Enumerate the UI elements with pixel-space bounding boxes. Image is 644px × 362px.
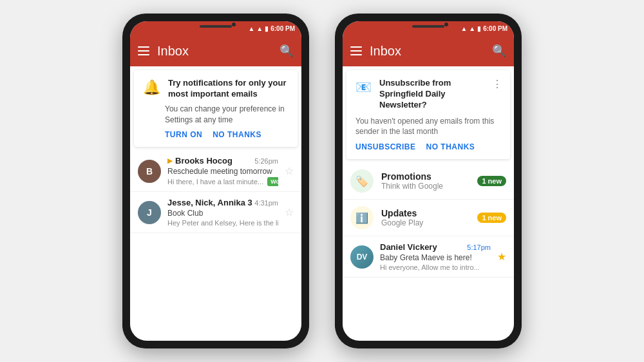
notif-title: Try notifications for only your most imp… xyxy=(168,78,289,100)
email-content-1: ▶ Brooks Hocog 5:26pm Reschedule meeting… xyxy=(167,156,278,186)
inbox-title-2: Inbox xyxy=(370,44,484,59)
email-sender-1: ▶ Brooks Hocog xyxy=(167,156,232,166)
phone-1: ▲ ▲ ▮ 6:00 PM Inbox 🔍 🔔 Try notification… xyxy=(122,14,309,348)
notif-body: You can change your preference in Settin… xyxy=(143,104,289,126)
hamburger-line xyxy=(138,54,149,55)
hamburger-line xyxy=(138,50,149,52)
star-icon[interactable]: ★ xyxy=(497,251,506,263)
email-time-2: 4:31pm xyxy=(254,199,278,207)
promotions-content: Promotions Think with Google xyxy=(381,171,469,191)
unsubscribe-icon: 📧 xyxy=(355,79,372,95)
status-time-1: 6:00 PM xyxy=(270,25,295,32)
search-button-1[interactable]: 🔍 xyxy=(279,44,294,58)
email-sender-2: Jesse, Nick, Annika 3 xyxy=(167,198,252,207)
wifi-icon: ▲ xyxy=(248,25,254,32)
email-preview-dv: Hi everyone, Allow me to intro... xyxy=(380,263,491,271)
promotions-name: Promotions xyxy=(381,171,469,182)
unsub-row: 📧 Unsubscribe from Springfield Daily New… xyxy=(355,78,501,111)
updates-content: Updates Google Play xyxy=(381,208,469,227)
unsub-body: You haven't opened any emails from this … xyxy=(355,116,501,138)
search-button-2[interactable]: 🔍 xyxy=(492,44,506,58)
app-bar-1: Inbox 🔍 xyxy=(130,35,301,66)
hamburger-line xyxy=(138,46,149,48)
signal-icon: ▲ xyxy=(469,25,475,32)
star-icon[interactable]: ☆ xyxy=(285,165,294,177)
email-subject-2: Book Club xyxy=(167,209,278,218)
work-badge: Work xyxy=(267,177,278,186)
updates-name: Updates xyxy=(381,208,469,218)
email-content-2: Jesse, Nick, Annika 3 4:31pm Book Club H… xyxy=(167,198,278,227)
email-actions-2: ☆ xyxy=(285,206,294,218)
email-preview-1: Hi there, I have a last minute... Work xyxy=(167,177,278,186)
unsubscribe-button[interactable]: UNSUBSCRIBE xyxy=(355,142,416,151)
updates-badge: 1 new xyxy=(477,213,506,223)
category-updates[interactable]: ℹ️ Updates Google Play 1 new xyxy=(343,200,514,236)
table-row[interactable]: J Jesse, Nick, Annika 3 4:31pm Book Club… xyxy=(130,192,301,233)
notif-content-row: 🔔 Try notifications for only your most i… xyxy=(143,78,289,100)
hamburger-line xyxy=(350,46,362,48)
email-subject-1: Reschedule meeting tomorrow xyxy=(167,167,278,176)
email-subject-dv: Baby Greta Maeve is here! xyxy=(380,253,491,262)
email-list-1: B ▶ Brooks Hocog 5:26pm Reschedule meeti… xyxy=(130,151,301,341)
phone-2: ▲ ▲ ▮ 6:00 PM Inbox 🔍 📧 Unsubscri xyxy=(335,14,522,348)
wifi-icon: ▲ xyxy=(460,25,467,32)
email-content-dv: Daniel Vickery 5:17pm Baby Greta Maeve i… xyxy=(380,242,491,271)
email-actions-dv: ★ xyxy=(497,251,506,263)
notification-card: 🔔 Try notifications for only your most i… xyxy=(134,70,298,147)
email-time-dv: 5:17pm xyxy=(467,243,491,251)
more-options-button[interactable]: ⋮ xyxy=(492,78,502,90)
unsub-actions: UNSUBSCRIBE NO THANKS xyxy=(355,142,501,151)
updates-icon: ℹ️ xyxy=(350,206,374,229)
status-bar-2: ▲ ▲ ▮ 6:00 PM xyxy=(343,21,514,35)
promotions-icon: 🏷️ xyxy=(350,169,374,193)
email-header-dv: Daniel Vickery 5:17pm xyxy=(380,242,491,252)
email-actions-1: ☆ xyxy=(285,165,294,177)
hamburger-line xyxy=(350,50,362,52)
battery-icon: ▮ xyxy=(477,25,481,32)
forward-icon: ▶ xyxy=(167,157,173,164)
avatar: B xyxy=(138,160,161,183)
app-bar-2: Inbox 🔍 xyxy=(343,35,514,66)
hamburger-menu-1[interactable] xyxy=(138,46,149,55)
phone-2-screen: ▲ ▲ ▮ 6:00 PM Inbox 🔍 📧 Unsubscri xyxy=(343,21,514,341)
category-promotions[interactable]: 🏷️ Promotions Think with Google 1 new xyxy=(343,163,514,200)
list-item[interactable]: DV Daniel Vickery 5:17pm Baby Greta Maev… xyxy=(343,236,514,278)
table-row[interactable]: B ▶ Brooks Hocog 5:26pm Reschedule meeti… xyxy=(130,151,301,192)
status-icons-1: ▲ ▲ ▮ 6:00 PM xyxy=(248,25,295,32)
unsubscribe-card: 📧 Unsubscribe from Springfield Daily New… xyxy=(343,66,514,163)
email-header-2: Jesse, Nick, Annika 3 4:31pm xyxy=(167,198,278,207)
unsub-title: Unsubscribe from Springfield Daily Newsl… xyxy=(379,78,501,111)
status-icons-2: ▲ ▲ ▮ 6:00 PM xyxy=(460,25,507,32)
email-preview-2: Hey Peter and Kelsey, Here is the list..… xyxy=(167,219,278,227)
avatar: DV xyxy=(350,245,374,269)
inbox-title-1: Inbox xyxy=(157,44,272,59)
avatar: J xyxy=(138,201,161,224)
unsub-card-inner: 📧 Unsubscribe from Springfield Daily New… xyxy=(346,70,510,159)
battery-icon: ▮ xyxy=(265,25,269,32)
turn-on-button[interactable]: TURN ON xyxy=(165,130,202,139)
email-sender-dv: Daniel Vickery xyxy=(380,242,437,252)
notif-actions: TURN ON NO THANKS xyxy=(143,130,289,139)
no-thanks-button-2[interactable]: NO THANKS xyxy=(426,142,475,151)
status-bar-1: ▲ ▲ ▮ 6:00 PM xyxy=(130,21,301,35)
star-icon[interactable]: ☆ xyxy=(285,206,294,218)
promotions-sub: Think with Google xyxy=(381,182,469,191)
status-time-2: 6:00 PM xyxy=(483,25,507,32)
hamburger-menu-2[interactable] xyxy=(350,46,362,55)
unsub-content: Unsubscribe from Springfield Daily Newsl… xyxy=(379,78,501,111)
no-thanks-button-1[interactable]: NO THANKS xyxy=(213,130,261,139)
phone-1-screen: ▲ ▲ ▮ 6:00 PM Inbox 🔍 🔔 Try notification… xyxy=(130,21,301,341)
signal-icon: ▲ xyxy=(256,25,263,32)
updates-sub: Google Play xyxy=(381,218,469,227)
email-header-1: ▶ Brooks Hocog 5:26pm xyxy=(167,156,278,166)
promotions-badge: 1 new xyxy=(477,176,506,186)
hamburger-line xyxy=(350,54,362,55)
email-time-1: 5:26pm xyxy=(254,157,278,165)
bell-icon: 🔔 xyxy=(143,79,160,96)
